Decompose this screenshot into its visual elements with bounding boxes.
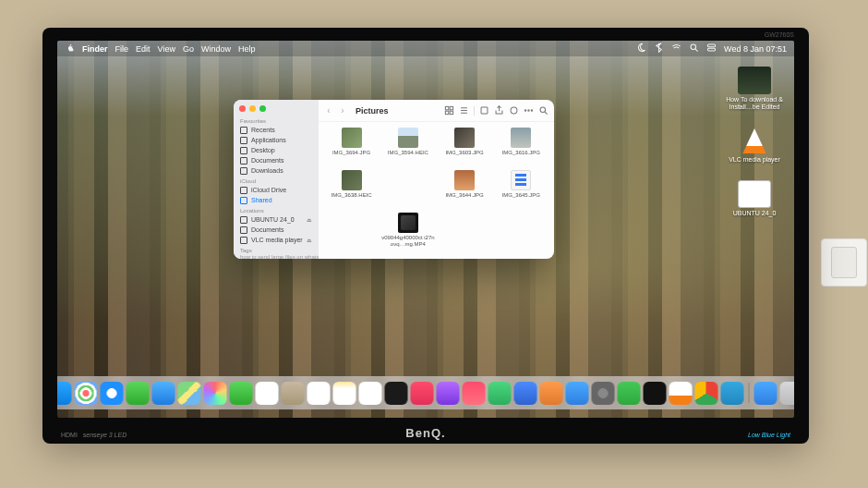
sidebar-tag-item[interactable]: how to send large files on whatsapp xyxy=(234,254,319,259)
dock-appstore-icon[interactable] xyxy=(566,382,589,405)
view-icons-button[interactable] xyxy=(444,105,454,116)
desktop-item-ubuntu[interactable]: UBUNTU 24_0 xyxy=(720,180,789,217)
dock-capcut-icon[interactable] xyxy=(644,382,667,405)
dock-reminders-icon[interactable] xyxy=(307,382,331,405)
file-name: IMG_3694.JPG xyxy=(332,150,370,156)
dock-music-icon[interactable] xyxy=(411,382,434,405)
eject-icon[interactable]: ⏏ xyxy=(307,216,312,223)
folder-icon xyxy=(240,237,247,244)
desktop[interactable]: Finder File Edit View Go Window Help Wed… xyxy=(57,41,794,418)
wifi-icon[interactable] xyxy=(671,43,681,55)
menu-go[interactable]: Go xyxy=(183,44,194,54)
dock-maps-icon[interactable] xyxy=(178,382,201,405)
share-button[interactable] xyxy=(494,105,504,116)
dock-chrome-icon[interactable] xyxy=(695,382,718,405)
dock-downloads-icon[interactable] xyxy=(754,382,778,405)
sidebar-item[interactable]: VLC media player⏏ xyxy=(234,235,319,245)
dock-vlc-icon[interactable] xyxy=(669,382,693,405)
sidebar-item-label: VLC media player xyxy=(251,237,303,243)
sidebar-item[interactable]: Desktop xyxy=(234,145,319,155)
dock-news-icon[interactable] xyxy=(463,382,486,405)
dock-podcasts-icon[interactable] xyxy=(437,382,460,405)
tag-button[interactable] xyxy=(509,105,519,116)
dock-safari-icon[interactable] xyxy=(101,382,124,405)
nav-forward-button[interactable]: › xyxy=(338,106,347,116)
dock-notes-icon[interactable] xyxy=(333,382,356,405)
menubar-datetime[interactable]: Wed 8 Jan 07:51 xyxy=(724,44,787,54)
dock-mail-icon[interactable] xyxy=(152,382,175,405)
file-item[interactable]: IMG_3594.HEIC xyxy=(380,128,435,168)
svg-point-12 xyxy=(540,107,546,113)
sidebar-item[interactable]: Recents xyxy=(234,125,319,135)
folder-icon xyxy=(240,137,247,144)
sidebar-item[interactable]: UBUNTU 24_0⏏ xyxy=(234,214,319,225)
dock-finder-icon[interactable] xyxy=(57,382,72,405)
dock-numbers-icon[interactable] xyxy=(488,382,512,405)
file-name: IMG_3638.HEIC xyxy=(332,192,372,199)
sidebar-item[interactable]: Documents xyxy=(234,225,319,235)
menu-file[interactable]: File xyxy=(115,44,129,54)
menu-window[interactable]: Window xyxy=(201,44,231,54)
dock-trash-icon[interactable] xyxy=(780,382,795,405)
sidebar-item-label: UBUNTU 24_0 xyxy=(251,216,295,223)
dock-photos-icon[interactable] xyxy=(204,382,227,405)
action-button[interactable] xyxy=(524,105,534,116)
view-list-button[interactable] xyxy=(459,105,469,116)
desktop-icons-column: How To download & Install…be Edited VLC … xyxy=(720,67,789,217)
folder-icon xyxy=(240,216,247,224)
sidebar-item[interactable]: Applications xyxy=(234,135,319,145)
dock-calendar-icon[interactable] xyxy=(256,382,279,405)
group-button[interactable] xyxy=(479,105,489,116)
file-name: IMG_3594.HEIC xyxy=(388,150,428,156)
sidebar-section-favourites: Favourites xyxy=(234,116,319,125)
file-thumbnail xyxy=(511,170,531,190)
dock-telegram-icon[interactable] xyxy=(721,382,744,405)
apple-menu-icon[interactable] xyxy=(65,43,75,55)
dock-settings-icon[interactable] xyxy=(592,382,615,405)
sidebar-item-label: Documents xyxy=(251,226,283,233)
menu-edit[interactable]: Edit xyxy=(136,44,151,54)
file-item[interactable]: IMG_3603.JPG xyxy=(438,128,492,168)
dnd-icon[interactable] xyxy=(636,43,646,55)
dock-facetime-icon[interactable] xyxy=(230,382,253,405)
window-minimize-button[interactable] xyxy=(249,105,256,112)
sidebar-item[interactable]: Downloads xyxy=(234,165,319,176)
file-item[interactable]: IMG_3616.JPG xyxy=(494,128,549,168)
sidebar-item[interactable]: Documents xyxy=(234,155,319,165)
control-center-icon[interactable] xyxy=(706,43,717,55)
file-item[interactable]: IMG_3644.JPG xyxy=(438,170,492,211)
dock-whatsapp-icon[interactable] xyxy=(618,382,641,405)
dock-freeform-icon[interactable] xyxy=(359,382,382,405)
sidebar-item[interactable]: iCloud Drive xyxy=(234,185,319,195)
dock-launchpad-icon[interactable] xyxy=(75,382,98,405)
file-item[interactable]: IMG_3645.JPG xyxy=(494,170,549,211)
menu-help[interactable]: Help xyxy=(238,44,256,54)
dock-tv-icon[interactable] xyxy=(385,382,408,405)
sidebar-item[interactable]: Shared xyxy=(234,195,319,205)
svg-rect-1 xyxy=(707,44,715,47)
file-item[interactable]: IMG_3638.HEIC xyxy=(324,170,379,211)
dock-pages-icon[interactable] xyxy=(540,382,563,405)
menubar-app[interactable]: Finder xyxy=(82,44,108,54)
finder-file-grid[interactable]: IMG_3694.JPGIMG_3594.HEICIMG_3603.JPGIMG… xyxy=(319,122,554,259)
svg-rect-7 xyxy=(481,107,488,114)
window-close-button[interactable] xyxy=(239,105,246,112)
eject-icon[interactable]: ⏏ xyxy=(307,237,312,243)
search-icon[interactable] xyxy=(689,43,699,55)
sidebar-item-label: iCloud Drive xyxy=(251,187,286,193)
svg-rect-3 xyxy=(445,106,448,109)
sidebar-section-locations: Locations xyxy=(234,205,319,214)
desktop-item-vlc[interactable]: VLC media player xyxy=(720,127,789,164)
dock-contacts-icon[interactable] xyxy=(282,382,305,405)
menu-view[interactable]: View xyxy=(158,44,175,54)
file-item[interactable]: IMG_3694.JPG xyxy=(324,128,379,168)
sidebar-item-label: Applications xyxy=(251,137,286,143)
bluetooth-icon[interactable] xyxy=(654,43,664,55)
file-item[interactable]: v09044g40000ct i27novq…mg.MP4 xyxy=(380,213,435,253)
nav-back-button[interactable]: ‹ xyxy=(324,106,333,116)
desktop-item-video[interactable]: How To download & Install…be Edited xyxy=(720,67,789,110)
dock-messages-icon[interactable] xyxy=(127,382,150,405)
window-zoom-button[interactable] xyxy=(259,105,266,112)
search-button[interactable] xyxy=(538,105,549,116)
dock-keynote-icon[interactable] xyxy=(514,382,537,405)
